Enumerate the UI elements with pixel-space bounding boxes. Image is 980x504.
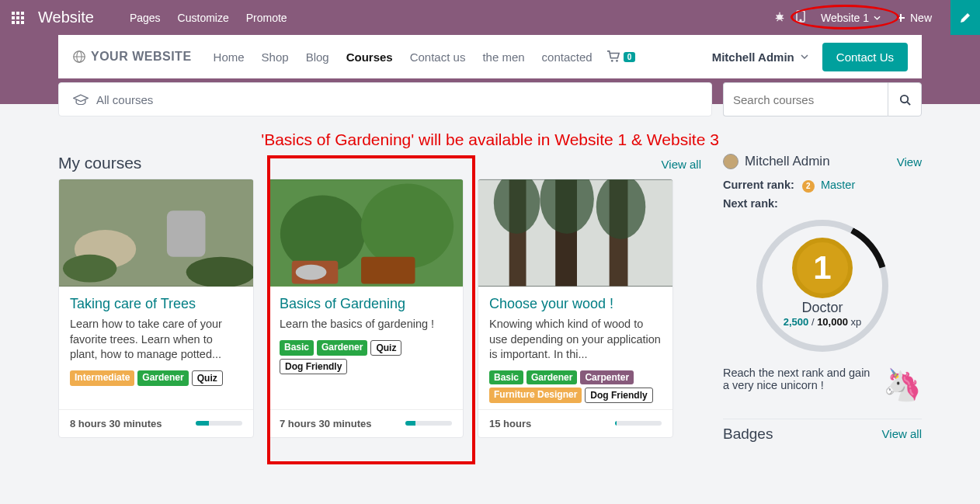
- xp-display: 2,500 / 10,000 xp: [774, 316, 871, 328]
- caret-down-icon: [801, 54, 808, 59]
- mobile-icon[interactable]: [796, 10, 805, 25]
- website-switcher-label: Website 1: [821, 12, 869, 24]
- course-tag: Basic: [280, 340, 314, 356]
- course-tag: Dog Friendly: [280, 359, 347, 374]
- svg-rect-4: [16, 16, 19, 19]
- course-duration: 8 hours 30 minutes: [70, 418, 162, 429]
- nav-courses[interactable]: Courses: [346, 50, 393, 64]
- contact-us-button[interactable]: Contact Us: [822, 43, 908, 71]
- course-tag: Gardener: [526, 370, 577, 384]
- course-tag: Intermediate: [70, 370, 134, 386]
- cart-count-badge: 0: [624, 52, 636, 62]
- bug-icon[interactable]: [774, 11, 785, 24]
- course-tag: Gardener: [137, 370, 188, 386]
- motivation-text: Reach the next rank and gain a very nice…: [723, 367, 875, 391]
- course-tag: Quiz: [370, 340, 401, 356]
- course-description: Knowing which kind of wood to use depend…: [489, 317, 662, 363]
- search-button[interactable]: [888, 82, 922, 116]
- course-tag: Basic: [489, 370, 523, 384]
- svg-rect-2: [21, 12, 24, 15]
- cart-icon: [606, 50, 620, 63]
- badges-title: Badges: [723, 426, 773, 443]
- site-logo[interactable]: YOUR WEBSITE: [72, 50, 192, 64]
- new-button-label: New: [910, 12, 932, 24]
- svg-point-9: [777, 14, 782, 19]
- course-thumbnail: [478, 179, 672, 287]
- svg-point-14: [611, 60, 613, 62]
- next-rank-label: Next rank:: [723, 197, 778, 210]
- section-title: My courses: [58, 154, 141, 172]
- course-progress: [615, 421, 662, 426]
- nav-the-men[interactable]: the men: [482, 50, 524, 64]
- course-duration: 7 hours 30 minutes: [280, 418, 371, 429]
- pencil-icon: [959, 12, 971, 24]
- svg-point-16: [900, 95, 907, 102]
- user-dropdown[interactable]: Mitchell Admin: [712, 50, 808, 64]
- course-tag: Dog Friendly: [585, 388, 652, 403]
- topnav-pages[interactable]: Pages: [130, 12, 161, 24]
- avatar: [723, 154, 738, 169]
- course-progress: [405, 421, 452, 426]
- svg-rect-3: [12, 16, 15, 19]
- current-rank-label: Current rank:: [723, 179, 794, 191]
- rank-gauge: 1 Doctor 2,500 / 10,000 xp: [752, 216, 892, 356]
- cart-button[interactable]: 0: [606, 50, 636, 63]
- svg-rect-7: [16, 21, 19, 24]
- website-switcher[interactable]: Website 1: [816, 9, 885, 27]
- nav-contact-us[interactable]: Contact us: [410, 50, 466, 64]
- next-rank-name: Doctor: [774, 300, 871, 316]
- svg-point-20: [63, 255, 116, 283]
- svg-rect-5: [21, 16, 24, 19]
- course-tag: Quiz: [192, 370, 223, 386]
- caret-down-icon: [874, 16, 881, 20]
- unicorn-icon: 🦄: [883, 367, 922, 403]
- svg-rect-0: [12, 12, 15, 15]
- graduation-cap-icon: [73, 94, 89, 105]
- sidebar-user-name: Mitchell Admin: [745, 154, 830, 169]
- plus-icon: [896, 13, 905, 23]
- svg-point-27: [296, 265, 327, 280]
- course-title[interactable]: Choose your wood !: [489, 296, 662, 312]
- course-tag: Carpenter: [580, 370, 634, 384]
- badges-view-all-link[interactable]: View all: [882, 427, 922, 440]
- svg-rect-19: [167, 210, 206, 257]
- topnav-customize[interactable]: Customize: [178, 12, 229, 24]
- nav-contacted[interactable]: contacted: [542, 50, 593, 64]
- course-tag: Furniture Designer: [489, 388, 582, 403]
- course-thumbnail: [59, 179, 253, 287]
- site-logo-text: YOUR WEBSITE: [91, 50, 192, 64]
- new-button[interactable]: New: [896, 12, 932, 24]
- course-tag: Gardener: [317, 340, 367, 356]
- all-courses-label: All courses: [96, 93, 153, 106]
- view-all-link[interactable]: View all: [662, 158, 701, 171]
- all-courses-dropdown[interactable]: All courses: [58, 82, 712, 116]
- search-input[interactable]: [723, 82, 888, 116]
- course-card[interactable]: Basics of Gardening Learn the basics of …: [268, 179, 464, 438]
- svg-rect-1: [16, 12, 19, 15]
- apps-icon[interactable]: [12, 12, 24, 24]
- course-title[interactable]: Basics of Gardening: [280, 296, 452, 312]
- edit-button[interactable]: [950, 0, 980, 35]
- globe-icon: [72, 50, 86, 64]
- course-card[interactable]: Choose your wood ! Knowing which kind of…: [478, 179, 673, 438]
- user-name: Mitchell Admin: [712, 50, 794, 64]
- svg-point-11: [800, 19, 801, 21]
- svg-rect-6: [12, 21, 15, 24]
- nav-blog[interactable]: Blog: [306, 50, 329, 64]
- course-title[interactable]: Taking care of Trees: [70, 296, 242, 312]
- svg-rect-26: [361, 257, 415, 284]
- app-brand: Website: [38, 9, 94, 26]
- nav-shop[interactable]: Shop: [262, 50, 289, 64]
- medal-icon: 1: [792, 238, 853, 298]
- current-rank-value: Master: [821, 179, 855, 191]
- course-thumbnail: [269, 179, 463, 287]
- profile-view-link[interactable]: View: [897, 155, 922, 169]
- svg-point-24: [361, 184, 454, 269]
- course-card[interactable]: Taking care of Trees Learn how to take c…: [58, 179, 254, 438]
- nav-home[interactable]: Home: [214, 50, 245, 64]
- rank-badge: 2: [802, 180, 815, 193]
- svg-rect-8: [21, 21, 24, 24]
- course-description: Learn the basics of gardening !: [280, 317, 452, 332]
- annotation-text: 'Basics of Gardening' will be available …: [58, 130, 922, 149]
- topnav-promote[interactable]: Promote: [246, 12, 287, 24]
